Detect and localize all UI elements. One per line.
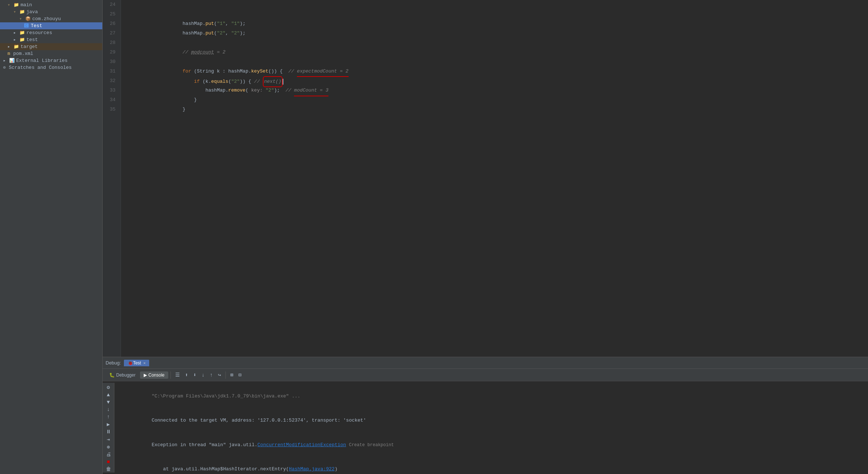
toolbar-menu-btn[interactable]: ☰ xyxy=(173,371,182,379)
folder-open-icon-com: ▾ xyxy=(18,16,23,22)
debug-tab-test[interactable]: 🐞 Test × xyxy=(124,360,149,366)
arrow-down2-btn[interactable]: ↓ xyxy=(104,407,113,412)
console-icon: ▶ xyxy=(144,373,147,378)
folder-icon-target: 📁 xyxy=(13,44,19,49)
scratch-icon: ⊙ xyxy=(1,65,7,70)
folder-icon-java: 📁 xyxy=(19,9,25,15)
toolbar-down2-btn[interactable]: ↓ xyxy=(199,371,207,379)
code-line-32: hashMap.remove( key: "2"); // modCount =… xyxy=(125,76,864,86)
trash-btn[interactable]: 🗑 xyxy=(104,466,113,472)
sidebar-label-java: java xyxy=(26,9,38,15)
folder-icon-resources: 📁 xyxy=(19,30,25,36)
sidebar-item-com-zhouyu[interactable]: ▾ 📦 com.zhouyu xyxy=(0,15,102,22)
code-line-30: for (String k : hashMap.keySet()) { // e… xyxy=(125,57,864,67)
console-line-2: Connected to the target VM, address: '12… xyxy=(117,408,865,433)
code-line-29 xyxy=(125,48,864,57)
debugger-tab[interactable]: 🐛 Debugger xyxy=(106,371,139,379)
arrow-down-btn[interactable]: ▼ xyxy=(104,399,113,405)
sidebar-label-main: main xyxy=(21,2,32,8)
folder-open-icon: ▾ xyxy=(6,2,12,8)
step-over-btn[interactable]: ⇥ xyxy=(104,436,113,442)
xml-file-icon: m xyxy=(6,51,12,56)
code-line-25: hashMap.put("1", "1"); xyxy=(125,10,864,19)
code-line-34: } xyxy=(125,95,864,105)
folder-icon-test: 📁 xyxy=(19,37,25,42)
hashmap-922-link[interactable]: HashMap.java:922 xyxy=(289,466,335,472)
plus-btn[interactable]: ⊕ xyxy=(104,444,113,450)
settings-btn[interactable]: ⚙ xyxy=(104,384,113,390)
sidebar-item-resources[interactable]: ▸ 📁 resources xyxy=(0,29,102,36)
sidebar-label-target: target xyxy=(21,44,38,49)
folder-icon-main: 📁 xyxy=(13,2,19,8)
console-line-3: Exception in thread "main" java.util.Con… xyxy=(117,433,865,457)
console-label: Console xyxy=(148,373,165,378)
folder-open-icon-java: ▾ xyxy=(12,9,18,15)
toolbar-up-btn[interactable]: ⬆ xyxy=(183,371,190,379)
debug-label: Debug: xyxy=(106,360,121,366)
sidebar-item-main[interactable]: ▾ 📁 main xyxy=(0,1,102,8)
console-line-4: at java.util.HashMap$HashIterator.nextEn… xyxy=(117,457,865,473)
code-line-31: if (k.equals("2")) { // next() xyxy=(125,67,864,76)
arrow-up2-btn[interactable]: ↑ xyxy=(104,414,113,420)
sidebar-label-scratches: Scratches and Consoles xyxy=(9,65,72,70)
sidebar-item-scratches[interactable]: ⊙ Scratches and Consoles xyxy=(0,64,102,71)
console-line-1: "C:\Program Files\Java\jdk1.7.0_79\bin\j… xyxy=(117,384,865,408)
sidebar-item-target[interactable]: ▸ 📁 target xyxy=(0,43,102,50)
sidebar-item-test-folder[interactable]: ▸ 📁 test xyxy=(0,36,102,43)
stop-btn[interactable]: ■ xyxy=(104,459,113,465)
debug-content: ⚙ ▲ ▼ ↓ ↑ ▶ ⏸ ⇥ ⊕ 🖨 ■ 🗑 ✎ " xyxy=(103,381,868,474)
arrow-up-btn[interactable]: ▲ xyxy=(104,392,113,398)
line-numbers: 24 25 26 27 28 29 30 31 32 33 34 35 xyxy=(103,0,121,357)
sidebar-label-test: Test xyxy=(31,23,42,29)
toolbar-separator xyxy=(170,371,171,379)
code-editor: 24 25 26 27 28 29 30 31 32 33 34 35 xyxy=(103,0,868,357)
debug-header: Debug: 🐞 Test × xyxy=(103,357,868,369)
debug-tab-icon: 🐞 xyxy=(128,360,133,366)
console-tab[interactable]: ▶ Console xyxy=(140,371,168,379)
sidebar-item-test-class[interactable]: 🅲 Test xyxy=(0,22,102,29)
code-line-33: } xyxy=(125,86,864,95)
debugger-icon: 🐛 xyxy=(109,373,115,378)
sidebar-label-pom-xml: pom.xml xyxy=(13,51,33,56)
debug-left-buttons: ⚙ ▲ ▼ ↓ ↑ ▶ ⏸ ⇥ ⊕ 🖨 ■ 🗑 ✎ xyxy=(103,383,114,473)
code-line-26: hashMap.put("2", "2"); xyxy=(125,19,864,29)
package-icon: 📦 xyxy=(25,16,31,22)
code-line-27 xyxy=(125,29,864,38)
concurrent-mod-link[interactable]: ConcurrentModificationException xyxy=(257,442,346,448)
create-breakpoint-hint: Create breakpoint xyxy=(349,442,394,448)
toolbar-down-btn[interactable]: ⬇ xyxy=(191,371,198,379)
code-line-24 xyxy=(125,0,864,10)
toolbar-split-btn[interactable]: ⊟ xyxy=(236,371,243,379)
sidebar-label-test-folder: test xyxy=(26,37,38,42)
debug-tab-label: Test xyxy=(133,360,141,366)
debug-panel: Debug: 🐞 Test × 🐛 Debugger ▶ Console xyxy=(103,357,868,474)
ext-lib-folder-icon: 📊 xyxy=(9,58,15,63)
folder-collapsed-icon-test: ▸ xyxy=(12,37,18,42)
debugger-label: Debugger xyxy=(116,373,136,378)
debug-toolbar: 🐛 Debugger ▶ Console ☰ ⬆ ⬇ ↓ ↑ ↪ ⊞ ⊟ xyxy=(103,369,868,381)
code-line-28: // modcount = 2 xyxy=(125,38,864,48)
sidebar-item-pom-xml[interactable]: m pom.xml xyxy=(0,50,102,57)
toolbar-run-btn[interactable]: ↪ xyxy=(216,371,223,379)
sidebar-label-ext-lib: External Libraries xyxy=(16,58,67,63)
sidebar-label-resources: resources xyxy=(26,30,52,36)
sidebar-item-java[interactable]: ▾ 📁 java xyxy=(0,8,102,15)
toolbar-separator-2 xyxy=(225,371,226,379)
run-btn[interactable]: ▶ xyxy=(104,421,113,427)
toolbar-table-btn[interactable]: ⊞ xyxy=(228,371,235,379)
ext-lib-icon: ▸ xyxy=(1,58,7,63)
sidebar-label-com-zhouyu: com.zhouyu xyxy=(32,16,61,22)
code-lines[interactable]: hashMap.put("1", "1"); hashMap.put("2", … xyxy=(121,0,868,357)
code-line-35 xyxy=(125,105,864,114)
folder-collapsed-icon-resources: ▸ xyxy=(12,30,18,36)
console-output: "C:\Program Files\Java\jdk1.7.0_79\bin\j… xyxy=(114,383,868,473)
folder-collapsed-icon-target: ▸ xyxy=(6,44,12,49)
debug-tab-close[interactable]: × xyxy=(143,361,146,365)
java-class-icon: 🅲 xyxy=(23,23,29,29)
sidebar: ▾ 📁 main ▾ 📁 java ▾ 📦 com.zhouyu 🅲 Test … xyxy=(0,0,103,474)
print-btn[interactable]: 🖨 xyxy=(104,452,113,458)
toolbar-up2-btn[interactable]: ↑ xyxy=(207,371,215,379)
sidebar-item-external-libraries[interactable]: ▸ 📊 External Libraries xyxy=(0,57,102,64)
pause-btn[interactable]: ⏸ xyxy=(104,429,113,435)
